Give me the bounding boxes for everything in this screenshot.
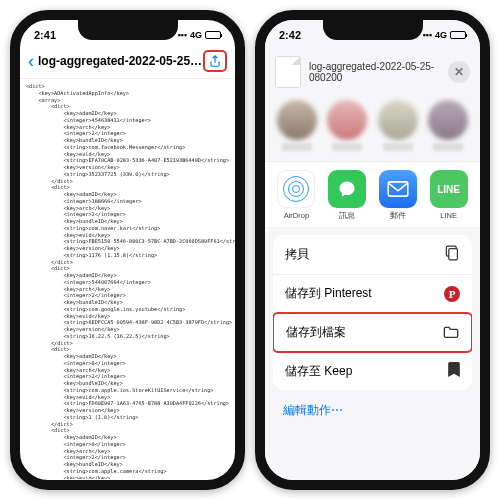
close-button[interactable]: ✕ [448, 61, 470, 83]
action-pinterest[interactable]: 儲存到 Pinterest P [273, 275, 472, 313]
status-right: ▪▪▪ 4G [177, 30, 221, 40]
contact-item[interactable] [277, 100, 317, 151]
svg-rect-1 [449, 249, 458, 260]
sheet-title: log-aggregated-2022-05-25-080200 [309, 61, 440, 83]
network-label: 4G [435, 30, 447, 40]
share-icon [208, 54, 222, 68]
notch [323, 20, 423, 40]
action-label: 儲存到 Pinterest [285, 285, 372, 302]
contact-label [383, 143, 413, 151]
pinterest-icon: P [444, 286, 460, 302]
contact-item[interactable] [378, 100, 418, 151]
messages-icon [328, 170, 366, 208]
signal-icon: ▪▪▪ [177, 30, 187, 40]
copy-icon [445, 245, 460, 264]
app-line[interactable]: LINE LINE [429, 170, 468, 221]
notch [78, 20, 178, 40]
contact-label [332, 143, 362, 151]
contact-label [433, 143, 463, 151]
action-label: 儲存到檔案 [286, 324, 346, 341]
contact-item[interactable] [327, 100, 367, 151]
status-time: 2:42 [279, 29, 301, 41]
avatar [277, 100, 317, 140]
action-save-to-files[interactable]: 儲存到檔案 [273, 312, 472, 353]
app-label: LINE [440, 211, 457, 220]
page-title: log-aggregated-2022-05-25-0802... [38, 54, 203, 68]
phone-left: 2:41 ▪▪▪ 4G ‹ log-aggregated-2022-05-25-… [10, 10, 245, 490]
action-copy[interactable]: 拷貝 [273, 235, 472, 275]
svg-rect-0 [388, 182, 408, 196]
edit-actions-link[interactable]: 編輯動作⋯ [265, 390, 480, 431]
app-mail[interactable]: 郵件 [379, 170, 418, 221]
app-airdrop[interactable]: AirDrop [277, 170, 316, 221]
battery-icon [205, 31, 221, 39]
battery-icon [450, 31, 466, 39]
action-keep[interactable]: 儲存至 Keep [273, 352, 472, 390]
bookmark-icon [448, 362, 460, 380]
contact-label [282, 143, 312, 151]
log-content[interactable]: <dict> <key>ADActivatedAppInfo</key> <ar… [20, 79, 235, 479]
network-label: 4G [190, 30, 202, 40]
status-time: 2:41 [34, 29, 56, 41]
avatar [378, 100, 418, 140]
app-messages[interactable]: 訊息 [328, 170, 367, 221]
apps-row: AirDrop 訊息 郵件 LINE LINE [265, 161, 480, 227]
line-icon: LINE [430, 170, 468, 208]
contacts-row [265, 96, 480, 161]
contact-item[interactable] [428, 100, 468, 151]
file-icon [275, 56, 301, 88]
signal-icon: ▪▪▪ [422, 30, 432, 40]
avatar [428, 100, 468, 140]
avatar [327, 100, 367, 140]
back-button[interactable]: ‹ [28, 51, 34, 72]
actions-list: 拷貝 儲存到 Pinterest P 儲存到檔案 儲存至 Keep [273, 235, 472, 390]
app-label: AirDrop [284, 211, 309, 220]
share-sheet: log-aggregated-2022-05-25-080200 ✕ AirDr… [265, 46, 480, 480]
action-label: 拷貝 [285, 246, 309, 263]
share-button[interactable] [203, 50, 227, 72]
airdrop-icon [277, 170, 315, 208]
nav-bar: ‹ log-aggregated-2022-05-25-0802... [20, 46, 235, 79]
folder-icon [443, 325, 459, 341]
status-right: ▪▪▪ 4G [422, 30, 466, 40]
app-label: 訊息 [339, 211, 355, 221]
action-label: 儲存至 Keep [285, 363, 352, 380]
phone-right: 2:42 ▪▪▪ 4G log-aggregated-2022-05-25-08… [255, 10, 490, 490]
sheet-header: log-aggregated-2022-05-25-080200 ✕ [265, 46, 480, 96]
mail-icon [379, 170, 417, 208]
app-label: 郵件 [390, 211, 406, 221]
